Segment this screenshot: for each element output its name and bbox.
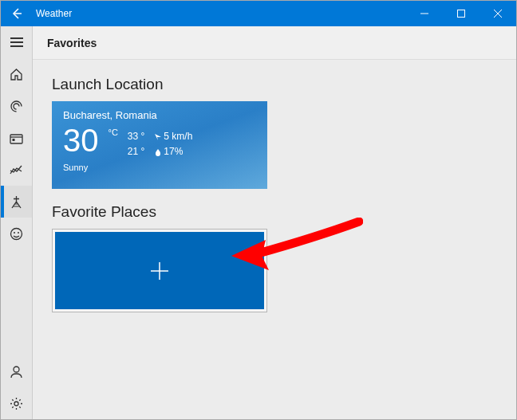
svg-point-7: [14, 402, 18, 406]
sidebar-item-settings[interactable]: [1, 387, 32, 419]
close-button[interactable]: [480, 1, 516, 26]
favorites-icon: [10, 195, 23, 209]
settings-icon: [10, 397, 23, 410]
sidebar-item-news[interactable]: [1, 154, 32, 186]
section-launch-location-title: Launch Location: [52, 76, 497, 93]
humidity-icon: [154, 148, 162, 156]
sidebar-item-historical[interactable]: [1, 122, 32, 154]
sidebar-item-maps[interactable]: [1, 90, 32, 122]
chart-icon: [10, 164, 23, 176]
history-icon: [10, 132, 23, 144]
svg-point-4: [14, 232, 15, 234]
page-header: Favorites: [33, 26, 516, 60]
title-bar: Weather: [1, 1, 516, 26]
app-title: Weather: [33, 8, 406, 19]
account-icon: [10, 365, 23, 379]
minimize-button[interactable]: [406, 1, 443, 26]
tile-condition: Sunny: [63, 163, 256, 172]
hamburger-button[interactable]: [1, 26, 32, 58]
tile-humidity: 17%: [154, 144, 192, 159]
tile-wind: 5 km/h: [154, 129, 192, 144]
tile-low: 21 °: [128, 144, 144, 159]
menu-icon: [10, 37, 23, 47]
tile-high: 33 °: [128, 129, 144, 144]
svg-point-3: [11, 228, 22, 239]
page-title: Favorites: [47, 37, 97, 49]
svg-rect-2: [13, 139, 15, 141]
tile-unit: °C: [109, 124, 118, 137]
back-button[interactable]: [1, 1, 33, 26]
sidebar-item-favorites[interactable]: [1, 186, 32, 218]
svg-point-6: [14, 367, 19, 372]
tile-location: Bucharest, Romania: [63, 109, 256, 121]
svg-point-5: [18, 232, 19, 234]
maximize-button[interactable]: [443, 1, 480, 26]
svg-rect-0: [458, 10, 465, 18]
tile-temperature: 30: [63, 124, 99, 156]
annotation-arrow: [227, 218, 363, 273]
sidebar-item-forecast[interactable]: [1, 58, 32, 90]
plus-icon: [148, 259, 172, 283]
sidebar-item-account[interactable]: [1, 355, 32, 387]
window-controls: [406, 1, 516, 26]
home-icon: [10, 68, 23, 81]
wind-icon: [154, 133, 162, 141]
feedback-icon: [10, 227, 23, 241]
sidebar-item-feedback[interactable]: [1, 218, 32, 249]
launch-location-tile[interactable]: Bucharest, Romania 30 °C 33 ° 21 ° 5 km/…: [52, 101, 267, 189]
radar-icon: [10, 100, 23, 113]
sidebar: [1, 26, 33, 419]
svg-rect-1: [10, 135, 22, 143]
